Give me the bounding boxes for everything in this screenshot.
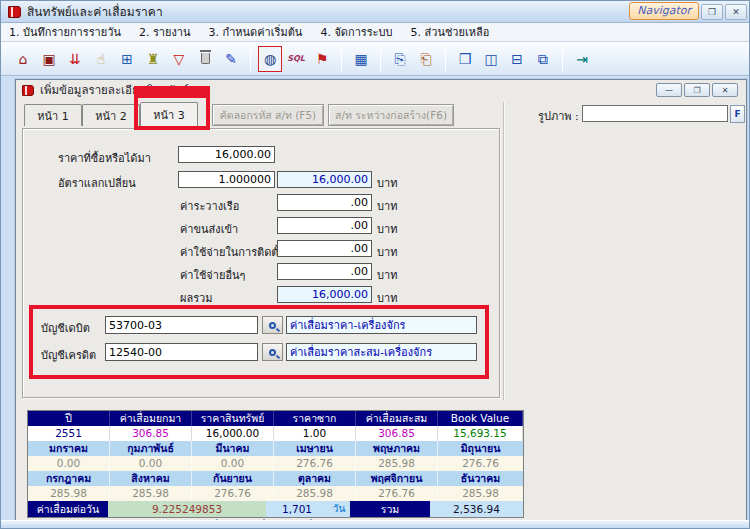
tab-page-2[interactable]: หน้า 2 [82, 104, 140, 126]
app-window: สินทรัพย์และค่าเสื่อมราคา Navigator ❐ ✕ … [0, 0, 750, 529]
dialog-icon [22, 85, 34, 96]
table-months-row: มกราคม กุมภาพันธ์ มีนาคม เมษายน พฤษภาคม … [28, 441, 523, 456]
window-cascade-icon[interactable]: ❒ [453, 46, 477, 72]
toolbar-separator [250, 47, 251, 71]
org-chart-icon[interactable]: ♜ [141, 46, 165, 72]
magnifier-icon [269, 322, 276, 329]
month-october: ตุลาคม [274, 471, 356, 486]
total-label: ผลรวม [180, 289, 213, 307]
copy-icon[interactable]: ⎘ [388, 46, 412, 72]
asset-price-value: 16,000.00 [192, 426, 274, 441]
tile-horizontal-icon[interactable]: ⊟ [505, 46, 529, 72]
header-asset-price: ราคาสินทรัพย์ [192, 411, 274, 426]
month-march: มีนาคม [192, 441, 274, 456]
month-august: สิงหาคม [110, 471, 192, 486]
month-december: ธันวาคม [438, 471, 523, 486]
table-summary-row: ค่าเสื่อมต่อวัน 9.225249853 1,701 วัน รว… [28, 501, 523, 517]
credit-account-lookup-button[interactable] [262, 343, 283, 361]
days-unit: วัน [328, 501, 350, 517]
month-june: มิถุนายน [438, 441, 523, 456]
depreciation-table: ปี ค่าเสื่อมยกมา ราคาสินทรัพย์ ราคาซาก ค… [27, 410, 524, 518]
toolbar-separator [341, 47, 342, 71]
magnifier-icon [269, 349, 276, 356]
month-january: มกราคม [28, 441, 110, 456]
currency-unit: บาท [377, 174, 397, 192]
menu-system-admin[interactable]: 4. จัดการระบบ [320, 23, 392, 41]
dialog-minimize-button[interactable]: — [656, 83, 682, 97]
workstation-icon[interactable]: ▣ [37, 46, 61, 72]
debit-account-lookup-button[interactable] [262, 316, 283, 334]
close-button[interactable]: ✕ [725, 4, 747, 20]
converted-amount-value: 16,000.00 [277, 171, 372, 188]
app-icon [8, 6, 21, 18]
salvage-value: 1.00 [274, 426, 356, 441]
debit-account-input[interactable] [105, 316, 258, 334]
restore-icon: ❐ [693, 86, 700, 95]
table-year-row: 2551 306.85 16,000.00 1.00 306.85 15,693… [28, 426, 523, 441]
sql-icon[interactable]: SQL [284, 46, 308, 72]
days-count: 1,701 [266, 501, 328, 517]
exit-icon[interactable]: ⇥ [570, 46, 594, 72]
dialog-title: เพิ่มข้อมูลรายละเอียดสินทรัพย์ [40, 81, 189, 99]
dialog-restore-button[interactable]: ❐ [684, 83, 710, 97]
toolbar: ⌂ ▣ ⇊ ☝ ⊞ ♜ ▽ ✎ ◍ SQL ⚑ ▦ ⎘ ⎗ ❒ ◫ ⊟ ⧉ ⇥ [1, 42, 750, 76]
tab-page-3[interactable]: หน้า 3 [140, 102, 198, 127]
layers-icon[interactable]: ⧉ [531, 46, 555, 72]
close-icon: ✕ [732, 7, 740, 17]
navigator-tooltip: Navigator [629, 2, 699, 20]
march-value: 0.00 [192, 456, 274, 471]
freight-label: ค่าระวางเรือ [180, 197, 239, 215]
credit-account-input[interactable] [105, 343, 258, 361]
edit-grid-icon[interactable]: ✎ [219, 46, 243, 72]
tile-vertical-icon[interactable]: ◫ [479, 46, 503, 72]
satellite-icon[interactable]: ◍ [258, 46, 282, 72]
freight-input[interactable] [277, 194, 372, 211]
maximize-button[interactable]: ❐ [701, 4, 723, 20]
august-value: 285.98 [110, 486, 192, 501]
depreciation-brought-forward-value: 306.85 [110, 426, 192, 441]
title-bar: สินทรัพย์และค่าเสื่อมราคา Navigator ❐ ✕ [1, 1, 750, 23]
currency-unit: บาท [377, 243, 397, 261]
flags-icon[interactable]: ⚑ [310, 46, 334, 72]
december-value: 285.98 [438, 486, 523, 501]
hand-icon[interactable]: ☝ [89, 46, 113, 72]
other-expenses-input[interactable] [277, 263, 372, 280]
image-input[interactable] [582, 105, 728, 122]
currency-unit: บาท [377, 266, 397, 284]
toolbar-separator [380, 47, 381, 71]
inbound-transport-input[interactable] [277, 217, 372, 234]
month-september: กันยายน [192, 471, 274, 486]
screen-add-icon[interactable]: ⊞ [115, 46, 139, 72]
trash-icon[interactable] [193, 46, 217, 72]
installation-cost-input[interactable] [277, 240, 372, 257]
copy-asset-code-button[interactable]: คัดลอกรหัส ส/ท (F5) [212, 104, 324, 126]
purchase-price-input[interactable] [178, 146, 275, 163]
header-year: ปี [28, 411, 110, 426]
menu-initial-settings[interactable]: 3. กำหนดค่าเริ่มต้น [209, 23, 303, 41]
asset-detail-dialog: เพิ่มข้อมูลรายละเอียดสินทรัพย์ — ❐ ✕ หน้… [15, 79, 747, 521]
inbound-transport-label: ค่าขนส่งเข้า [180, 220, 238, 238]
home-icon[interactable]: ⌂ [11, 46, 35, 72]
arrows-icon[interactable]: ⇊ [63, 46, 87, 72]
may-value: 285.98 [356, 456, 438, 471]
picture-icon: F [734, 109, 740, 119]
window-title: สินทรัพย์และค่าเสื่อมราคา [27, 2, 163, 21]
asset-under-construction-button[interactable]: ส/ท ระหว่างก่อสร้าง(F6) [328, 104, 454, 126]
tab-page-1[interactable]: หน้า 1 [24, 104, 82, 126]
calculator-icon[interactable]: ▦ [349, 46, 373, 72]
credit-account-name: ค่าเสื่อมราคาสะสม-เครื่องจักร [286, 343, 477, 361]
copy-alt-icon[interactable]: ⎗ [414, 46, 438, 72]
table-months-row: กรกฎาคม สิงหาคม กันยายน ตุลาคม พฤศจิกายน… [28, 471, 523, 486]
filter-icon[interactable]: ▽ [167, 46, 191, 72]
january-value: 0.00 [28, 456, 110, 471]
header-salvage-value: ราคาซาก [274, 411, 356, 426]
header-accumulated-depreciation: ค่าเสื่อมสะสม [356, 411, 438, 426]
exchange-rate-input[interactable] [178, 171, 275, 188]
dialog-close-button[interactable]: ✕ [712, 83, 738, 97]
toolbar-separator [562, 47, 563, 71]
menu-daily-entry[interactable]: 1. บันทึกรายการรายวัน [9, 23, 121, 41]
menu-help[interactable]: 5. ส่วนช่วยเหลือ [411, 23, 490, 41]
image-browse-button[interactable]: F [730, 105, 745, 123]
menu-reports[interactable]: 2. รายงาน [139, 23, 191, 41]
menu-bar: 1. บันทึกรายการรายวัน 2. รายงาน 3. กำหนด… [1, 23, 750, 42]
